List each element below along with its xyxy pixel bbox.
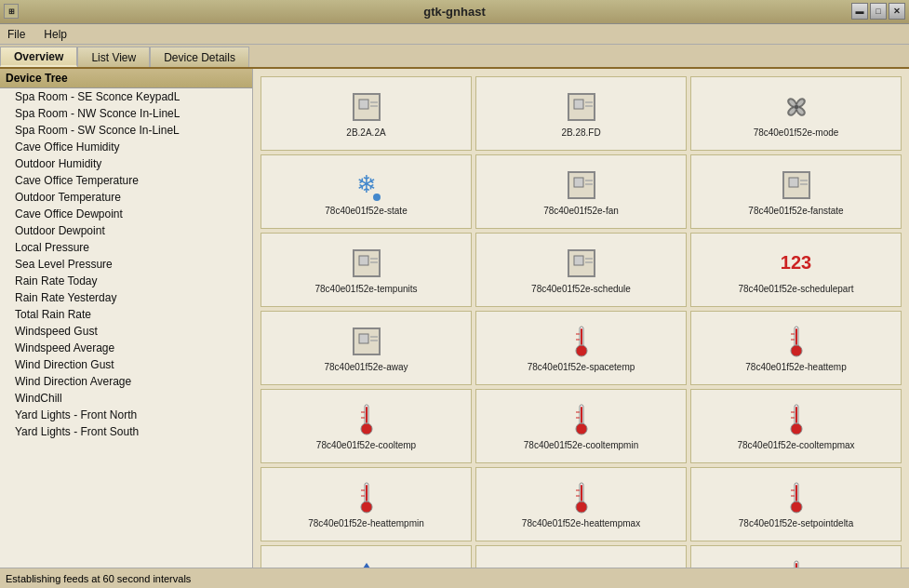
device-label: 78c40e01f52e-schedule bbox=[531, 284, 631, 294]
device-cell[interactable]: 78c40e01f52e-hum bbox=[261, 545, 472, 568]
device-label: 78c40e01f52e-heattempmin bbox=[308, 518, 424, 528]
device-cell[interactable]: 78c40e01f52e-heattempmin bbox=[261, 467, 472, 541]
device-icon bbox=[350, 90, 383, 124]
device-label: 78c40e01f52e-schedulepart bbox=[739, 284, 854, 294]
device-icon bbox=[780, 325, 813, 358]
sidebar-item[interactable]: Rain Rate Today bbox=[0, 273, 252, 289]
tab-listview[interactable]: List View bbox=[77, 47, 150, 67]
device-label: 78c40e01f52e-away bbox=[324, 362, 408, 372]
sidebar-item[interactable]: Windspeed Gust bbox=[0, 323, 252, 340]
titlebar-controls: ▬ □ ✕ bbox=[851, 3, 905, 20]
device-grid-inner: 2B.2A.2A 2B.28.FD 78c40e01f52e-mode❄78c4… bbox=[261, 76, 902, 568]
maximize-button[interactable]: □ bbox=[870, 3, 887, 20]
device-cell[interactable]: 78c40e01f52e-fanstate bbox=[690, 154, 902, 229]
device-cell[interactable]: 78c40e01f52e-schedule bbox=[475, 233, 687, 307]
sidebar-item[interactable]: Outdoor Dewpoint bbox=[0, 222, 252, 239]
device-icon bbox=[565, 247, 598, 280]
sidebar-item[interactable]: Spa Room - SE Sconce KeypadL bbox=[0, 88, 252, 105]
tab-devicedetails[interactable]: Device Details bbox=[150, 47, 249, 67]
close-button[interactable]: ✕ bbox=[889, 3, 905, 20]
menubar: File Help bbox=[0, 24, 909, 45]
device-cell[interactable]: 12378c40e01f52e-availablemodes bbox=[475, 545, 687, 568]
device-icon bbox=[780, 168, 813, 202]
help-menu[interactable]: Help bbox=[40, 27, 71, 42]
svg-rect-10 bbox=[574, 178, 583, 187]
svg-point-61 bbox=[576, 501, 587, 513]
device-icon bbox=[780, 481, 813, 514]
sidebar-item[interactable]: Outdoor Humidity bbox=[0, 155, 252, 172]
device-icon bbox=[780, 559, 813, 568]
device-icon bbox=[565, 481, 598, 514]
svg-rect-65 bbox=[795, 485, 797, 501]
svg-rect-1 bbox=[359, 100, 368, 109]
svg-point-46 bbox=[576, 423, 587, 434]
device-cell[interactable]: 78c40e01f52e-spacetemp bbox=[475, 311, 687, 385]
svg-point-51 bbox=[791, 423, 802, 434]
svg-point-31 bbox=[576, 345, 587, 356]
sidebar-item[interactable]: Cave Office Temperature bbox=[0, 172, 252, 189]
sidebar-item[interactable]: Yard Lights - Front North bbox=[0, 407, 252, 423]
device-icon bbox=[350, 559, 383, 568]
device-label: 78c40e01f52e-cooltempmax bbox=[737, 440, 854, 450]
device-cell[interactable]: 78c40e01f52e-cooltempmin bbox=[475, 389, 687, 463]
device-icon: 123 bbox=[565, 559, 598, 568]
device-icon bbox=[565, 168, 598, 202]
device-icon bbox=[565, 403, 598, 436]
device-cell[interactable]: 78c40e01f52e-cooltempmax bbox=[690, 389, 902, 463]
svg-rect-5 bbox=[574, 100, 583, 109]
device-icon: 123 bbox=[780, 247, 813, 280]
titlebar: ⊞ gtk-gnhast ▬ □ ✕ bbox=[0, 0, 909, 24]
device-label: 78c40e01f52e-heattemp bbox=[745, 362, 846, 372]
sidebar-item[interactable]: Spa Room - SW Sconce In-LineL bbox=[0, 122, 252, 139]
device-label: 78c40e01f52e-state bbox=[325, 206, 407, 216]
device-icon bbox=[780, 90, 813, 124]
sidebar-item[interactable]: Wind Direction Average bbox=[0, 373, 252, 390]
device-cell[interactable]: 78c40e01f52e-tempunits bbox=[261, 233, 472, 307]
device-cell[interactable]: 78c40e01f52e-setpointdelta bbox=[690, 467, 902, 541]
sidebar-item[interactable]: Sea Level Pressure bbox=[0, 256, 252, 273]
svg-point-41 bbox=[361, 423, 372, 434]
svg-rect-14 bbox=[789, 178, 798, 187]
statusbar: Establishing feeds at 60 second interval… bbox=[0, 568, 909, 588]
sidebar-item[interactable]: WindChill bbox=[0, 390, 252, 407]
device-cell[interactable]: 12378c40e01f52e-schedulepart bbox=[690, 233, 902, 307]
sidebar-item[interactable]: Cave Office Humidity bbox=[0, 139, 252, 155]
svg-point-66 bbox=[791, 501, 802, 513]
svg-rect-35 bbox=[795, 328, 797, 345]
sidebar-item[interactable]: Cave Office Dewpoint bbox=[0, 206, 252, 222]
svg-point-56 bbox=[361, 501, 372, 513]
sidebar-item[interactable]: Total Rain Rate bbox=[0, 306, 252, 323]
device-cell[interactable]: 2B.28.FD bbox=[475, 76, 687, 151]
device-icon bbox=[350, 403, 383, 436]
tabs: Overview List View Device Details bbox=[0, 45, 909, 69]
device-cell[interactable]: 78c40e01f52e-outdoortemp bbox=[690, 545, 902, 568]
sidebar-item[interactable]: Local Pressure bbox=[0, 239, 252, 256]
sidebar-item[interactable]: Rain Rate Yesterday bbox=[0, 289, 252, 306]
tab-overview[interactable]: Overview bbox=[0, 47, 77, 67]
device-cell[interactable]: 78c40e01f52e-heattemp bbox=[690, 311, 902, 385]
sidebar-item[interactable]: Spa Room - NW Sconce In-LineL bbox=[0, 105, 252, 122]
device-icon bbox=[350, 247, 383, 280]
sidebar-header: Device Tree bbox=[0, 69, 252, 88]
device-cell[interactable]: 78c40e01f52e-cooltemp bbox=[261, 389, 472, 463]
sidebar-item[interactable]: Windspeed Average bbox=[0, 340, 252, 356]
sidebar-item[interactable]: Outdoor Temperature bbox=[0, 189, 252, 206]
device-cell[interactable]: 78c40e01f52e-away bbox=[261, 311, 472, 385]
device-cell[interactable]: 78c40e01f52e-fan bbox=[475, 154, 687, 229]
titlebar-title: gtk-gnhast bbox=[423, 5, 485, 19]
device-label: 78c40e01f52e-heattempmax bbox=[522, 518, 640, 528]
sidebar-item[interactable]: Yard Lights - Front South bbox=[0, 423, 252, 440]
device-cell[interactable]: 2B.2A.2A bbox=[261, 76, 472, 151]
minimize-button[interactable]: ▬ bbox=[851, 3, 868, 20]
main-area: Device Tree Spa Room - SE Sconce KeypadL… bbox=[0, 69, 909, 568]
sidebar-item[interactable]: Wind Direction Gust bbox=[0, 356, 252, 373]
svg-rect-40 bbox=[366, 407, 368, 423]
device-icon bbox=[565, 90, 598, 124]
device-label: 2B.2A.2A bbox=[346, 127, 385, 138]
file-menu[interactable]: File bbox=[4, 27, 29, 42]
device-cell[interactable]: 78c40e01f52e-mode bbox=[690, 76, 902, 151]
svg-rect-45 bbox=[581, 407, 582, 423]
device-cell[interactable]: 78c40e01f52e-heattempmax bbox=[475, 467, 687, 541]
device-cell[interactable]: ❄78c40e01f52e-state bbox=[261, 154, 472, 229]
svg-rect-50 bbox=[795, 407, 797, 423]
